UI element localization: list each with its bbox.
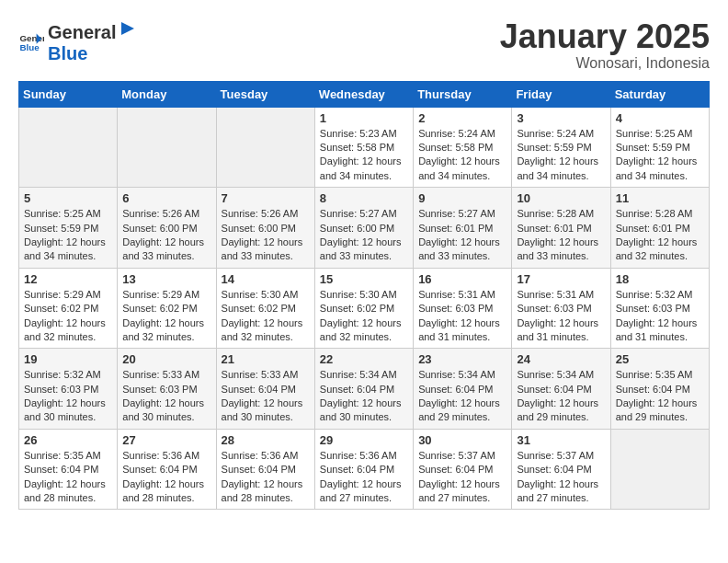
svg-text:Blue: Blue — [19, 42, 40, 52]
calendar-cell: 31 Sunrise: 5:37 AM Sunset: 6:04 PM Dayl… — [512, 429, 610, 510]
day-number: 24 — [517, 352, 605, 366]
day-number: 31 — [517, 433, 605, 447]
day-info: Sunrise: 5:23 AM Sunset: 5:58 PM Dayligh… — [320, 127, 408, 184]
day-info: Sunrise: 5:31 AM Sunset: 6:03 PM Dayligh… — [517, 288, 605, 345]
calendar-table: SundayMondayTuesdayWednesdayThursdayFrid… — [18, 81, 710, 511]
day-info: Sunrise: 5:34 AM Sunset: 6:04 PM Dayligh… — [517, 368, 605, 425]
day-number: 27 — [122, 433, 210, 447]
calendar-header-row: SundayMondayTuesdayWednesdayThursdayFrid… — [19, 81, 710, 107]
weekday-header-thursday: Thursday — [414, 81, 512, 107]
day-info: Sunrise: 5:30 AM Sunset: 6:02 PM Dayligh… — [222, 288, 310, 345]
day-info: Sunrise: 5:36 AM Sunset: 6:04 PM Dayligh… — [122, 449, 210, 506]
day-info: Sunrise: 5:28 AM Sunset: 6:01 PM Dayligh… — [616, 207, 704, 264]
day-info: Sunrise: 5:31 AM Sunset: 6:03 PM Dayligh… — [418, 288, 506, 345]
weekday-header-wednesday: Wednesday — [314, 81, 413, 107]
calendar-cell: 14 Sunrise: 5:30 AM Sunset: 6:02 PM Dayl… — [216, 268, 314, 349]
day-number: 26 — [24, 433, 112, 447]
calendar-cell: 2 Sunrise: 5:24 AM Sunset: 5:58 PM Dayli… — [414, 107, 512, 188]
day-number: 22 — [320, 352, 408, 366]
page-header: General Blue General Blue January 2025 W… — [18, 18, 710, 72]
calendar-cell — [216, 107, 314, 188]
day-number: 20 — [122, 352, 210, 366]
weekday-header-monday: Monday — [118, 81, 216, 107]
month-title: January 2025 — [500, 18, 710, 55]
day-info: Sunrise: 5:28 AM Sunset: 6:01 PM Dayligh… — [517, 207, 605, 264]
day-number: 7 — [222, 191, 310, 205]
day-number: 5 — [24, 191, 112, 205]
day-info: Sunrise: 5:32 AM Sunset: 6:03 PM Dayligh… — [616, 288, 704, 345]
calendar-cell: 21 Sunrise: 5:33 AM Sunset: 6:04 PM Dayl… — [216, 349, 314, 430]
calendar-cell: 22 Sunrise: 5:34 AM Sunset: 6:04 PM Dayl… — [314, 349, 413, 430]
day-number: 14 — [222, 272, 310, 286]
day-info: Sunrise: 5:30 AM Sunset: 6:02 PM Dayligh… — [320, 288, 408, 345]
day-number: 16 — [418, 272, 506, 286]
day-number: 13 — [122, 272, 210, 286]
calendar-cell: 28 Sunrise: 5:36 AM Sunset: 6:04 PM Dayl… — [216, 429, 314, 510]
day-number: 19 — [24, 352, 112, 366]
day-number: 12 — [24, 272, 112, 286]
calendar-cell: 10 Sunrise: 5:28 AM Sunset: 6:01 PM Dayl… — [512, 188, 610, 269]
day-number: 21 — [222, 352, 310, 366]
day-info: Sunrise: 5:32 AM Sunset: 6:03 PM Dayligh… — [24, 368, 112, 425]
day-info: Sunrise: 5:29 AM Sunset: 6:02 PM Dayligh… — [122, 288, 210, 345]
calendar-cell: 8 Sunrise: 5:27 AM Sunset: 6:00 PM Dayli… — [314, 188, 413, 269]
calendar-week-row: 19 Sunrise: 5:32 AM Sunset: 6:03 PM Dayl… — [19, 349, 710, 430]
logo: General Blue General Blue — [18, 18, 140, 64]
day-info: Sunrise: 5:35 AM Sunset: 6:04 PM Dayligh… — [616, 368, 704, 425]
calendar-cell: 26 Sunrise: 5:35 AM Sunset: 6:04 PM Dayl… — [19, 429, 118, 510]
day-info: Sunrise: 5:34 AM Sunset: 6:04 PM Dayligh… — [320, 368, 408, 425]
day-number: 30 — [418, 433, 506, 447]
calendar-week-row: 26 Sunrise: 5:35 AM Sunset: 6:04 PM Dayl… — [19, 429, 710, 510]
calendar-cell: 29 Sunrise: 5:36 AM Sunset: 6:04 PM Dayl… — [314, 429, 413, 510]
day-number: 4 — [616, 111, 704, 125]
weekday-header-saturday: Saturday — [610, 81, 709, 107]
logo-icon: General Blue — [18, 29, 44, 54]
day-info: Sunrise: 5:24 AM Sunset: 5:59 PM Dayligh… — [517, 127, 605, 184]
weekday-header-tuesday: Tuesday — [216, 81, 314, 107]
calendar-cell: 1 Sunrise: 5:23 AM Sunset: 5:58 PM Dayli… — [314, 107, 413, 188]
svg-marker-2 — [121, 22, 134, 35]
day-number: 23 — [418, 352, 506, 366]
calendar-cell: 9 Sunrise: 5:27 AM Sunset: 6:01 PM Dayli… — [414, 188, 512, 269]
calendar-cell — [610, 429, 709, 510]
calendar-week-row: 12 Sunrise: 5:29 AM Sunset: 6:02 PM Dayl… — [19, 268, 710, 349]
title-area: January 2025 Wonosari, Indonesia — [500, 18, 710, 72]
day-info: Sunrise: 5:27 AM Sunset: 6:01 PM Dayligh… — [418, 207, 506, 264]
weekday-header-sunday: Sunday — [19, 81, 118, 107]
calendar-cell: 5 Sunrise: 5:25 AM Sunset: 5:59 PM Dayli… — [19, 188, 118, 269]
weekday-header-friday: Friday — [512, 81, 610, 107]
day-number: 28 — [222, 433, 310, 447]
day-info: Sunrise: 5:36 AM Sunset: 6:04 PM Dayligh… — [222, 449, 310, 506]
logo-general: General — [48, 22, 116, 43]
calendar-cell: 7 Sunrise: 5:26 AM Sunset: 6:00 PM Dayli… — [216, 188, 314, 269]
calendar-week-row: 1 Sunrise: 5:23 AM Sunset: 5:58 PM Dayli… — [19, 107, 710, 188]
calendar-cell: 12 Sunrise: 5:29 AM Sunset: 6:02 PM Dayl… — [19, 268, 118, 349]
day-info: Sunrise: 5:26 AM Sunset: 6:00 PM Dayligh… — [222, 207, 310, 264]
calendar-cell — [118, 107, 216, 188]
logo-blue: Blue — [48, 43, 140, 64]
day-number: 15 — [320, 272, 408, 286]
day-info: Sunrise: 5:33 AM Sunset: 6:04 PM Dayligh… — [222, 368, 310, 425]
location: Wonosari, Indonesia — [500, 55, 710, 72]
logo-arrow-icon — [118, 18, 138, 39]
day-info: Sunrise: 5:24 AM Sunset: 5:58 PM Dayligh… — [418, 127, 506, 184]
day-info: Sunrise: 5:27 AM Sunset: 6:00 PM Dayligh… — [320, 207, 408, 264]
calendar-week-row: 5 Sunrise: 5:25 AM Sunset: 5:59 PM Dayli… — [19, 188, 710, 269]
day-info: Sunrise: 5:37 AM Sunset: 6:04 PM Dayligh… — [517, 449, 605, 506]
day-info: Sunrise: 5:36 AM Sunset: 6:04 PM Dayligh… — [320, 449, 408, 506]
day-info: Sunrise: 5:25 AM Sunset: 5:59 PM Dayligh… — [24, 207, 112, 264]
day-number: 11 — [616, 191, 704, 205]
calendar-cell: 27 Sunrise: 5:36 AM Sunset: 6:04 PM Dayl… — [118, 429, 216, 510]
day-info: Sunrise: 5:33 AM Sunset: 6:03 PM Dayligh… — [122, 368, 210, 425]
day-info: Sunrise: 5:35 AM Sunset: 6:04 PM Dayligh… — [24, 449, 112, 506]
day-info: Sunrise: 5:29 AM Sunset: 6:02 PM Dayligh… — [24, 288, 112, 345]
day-number: 6 — [122, 191, 210, 205]
calendar-cell: 6 Sunrise: 5:26 AM Sunset: 6:00 PM Dayli… — [118, 188, 216, 269]
calendar-cell: 11 Sunrise: 5:28 AM Sunset: 6:01 PM Dayl… — [610, 188, 709, 269]
day-number: 10 — [517, 191, 605, 205]
day-info: Sunrise: 5:37 AM Sunset: 6:04 PM Dayligh… — [418, 449, 506, 506]
calendar-cell: 17 Sunrise: 5:31 AM Sunset: 6:03 PM Dayl… — [512, 268, 610, 349]
calendar-cell: 4 Sunrise: 5:25 AM Sunset: 5:59 PM Dayli… — [610, 107, 709, 188]
day-number: 9 — [418, 191, 506, 205]
day-number: 8 — [320, 191, 408, 205]
